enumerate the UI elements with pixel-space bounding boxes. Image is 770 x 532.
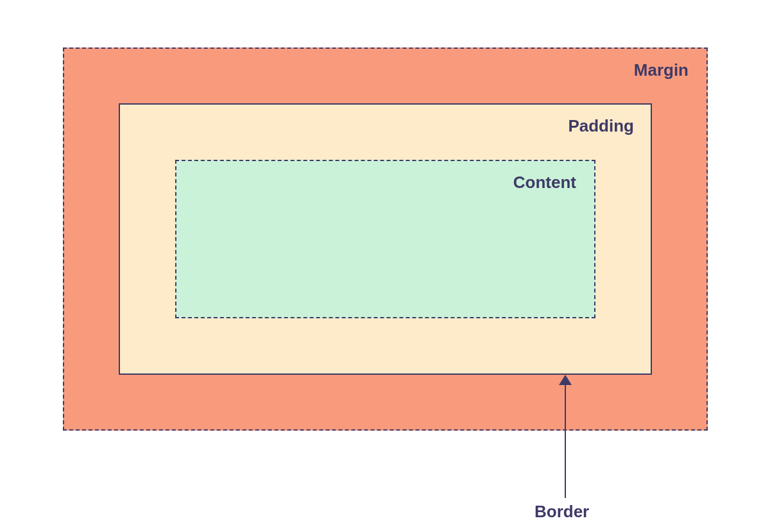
- content-label: Content: [513, 173, 576, 193]
- arrow-line: [565, 382, 566, 498]
- margin-label: Margin: [634, 60, 689, 80]
- box-model-diagram: Margin Padding Content Border: [63, 47, 708, 431]
- border-arrow: [552, 375, 578, 498]
- border-label: Border: [535, 502, 589, 522]
- padding-label: Padding: [568, 116, 634, 136]
